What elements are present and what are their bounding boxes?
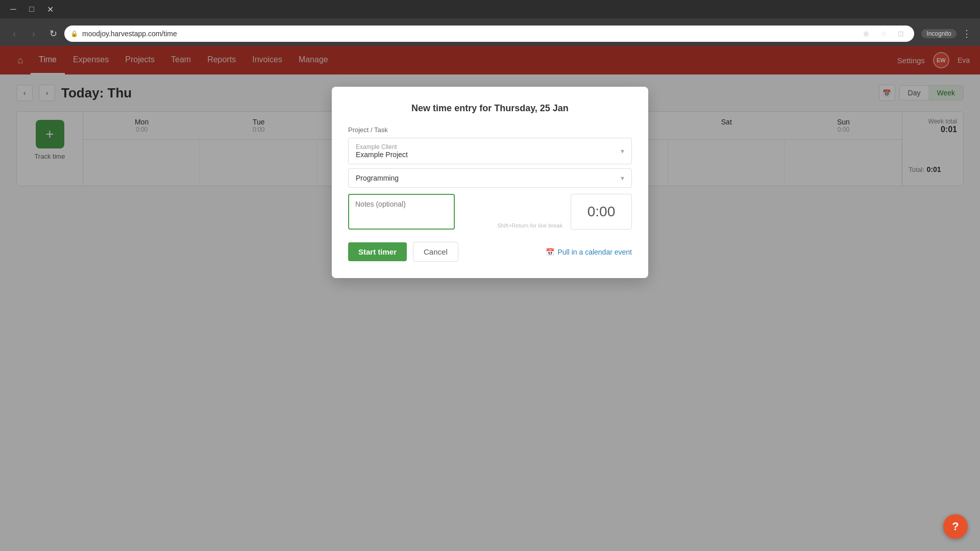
notes-field[interactable] [348,194,455,230]
pull-calendar-label: Pull in a calendar event [557,248,632,256]
incognito-badge: Incognito [921,29,957,38]
address-bar[interactable]: 🔒 moodjoy.harvestapp.com/time ⊕ ☆ ⊡ [64,26,914,42]
pull-calendar-link[interactable]: 📅 Pull in a calendar event [546,248,632,256]
project-select-inner: Example Client Example Project [356,143,408,159]
modal-overlay: New time entry for Thursday, 25 Jan Proj… [0,46,980,551]
time-entry-field[interactable]: 0:00 [571,194,632,230]
chevron-down-icon: ▾ [621,147,624,155]
profile-icon[interactable]: ⊡ [894,27,908,41]
project-name: Example Project [356,151,408,159]
browser-menu-button[interactable]: ⋮ [960,27,974,41]
notes-hint: Shift+Return for line break [497,222,562,229]
modal-title: New time entry for Thursday, 25 Jan [348,103,632,114]
project-selector[interactable]: Example Client Example Project ▾ [348,138,632,164]
url-display: moodjoy.harvestapp.com/time [82,30,855,38]
forward-button[interactable]: › [26,26,42,42]
omnibox-actions: ⊕ ☆ ⊡ [859,27,908,41]
back-button[interactable]: ‹ [6,26,22,42]
window-controls: ─ □ ✕ [6,2,57,16]
chevron-down-icon: ▾ [621,174,624,182]
close-button[interactable]: ✕ [43,2,57,16]
title-bar: ─ □ ✕ [0,0,980,18]
calendar-icon: 📅 [546,248,554,256]
refresh-button[interactable]: ↻ [45,26,61,42]
minimize-button[interactable]: ─ [6,2,20,16]
lock-icon: 🔒 [70,30,78,37]
start-timer-button[interactable]: Start timer [348,242,407,261]
cancel-button[interactable]: Cancel [413,242,458,262]
task-selector[interactable]: Programming ▾ [348,168,632,188]
project-task-label: Project / Task [348,126,632,134]
app-wrapper: ⌂ Time Expenses Projects Team Reports In… [0,46,980,551]
task-name: Programming [356,174,399,182]
cast-icon[interactable]: ⊕ [859,27,873,41]
profile-area: Incognito [921,29,957,38]
omnibox-bar: ‹ › ↻ 🔒 moodjoy.harvestapp.com/time ⊕ ☆ … [0,21,980,46]
notes-time-row: Shift+Return for line break 0:00 [348,194,632,232]
modal-actions: Start timer Cancel 📅 Pull in a calendar … [348,242,632,262]
new-time-entry-modal: New time entry for Thursday, 25 Jan Proj… [332,87,648,278]
client-name: Example Client [356,143,408,151]
notes-wrapper: Shift+Return for line break [348,194,567,232]
bookmark-icon[interactable]: ☆ [876,27,891,41]
maximize-button[interactable]: □ [24,2,39,16]
help-button[interactable]: ? [943,514,968,539]
